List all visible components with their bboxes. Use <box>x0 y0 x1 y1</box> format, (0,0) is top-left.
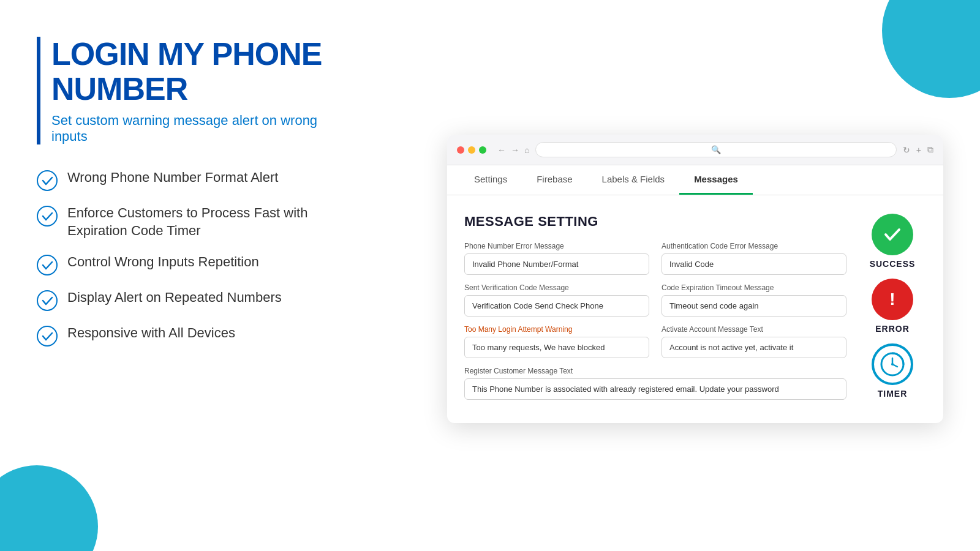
feature-item-3: Control Wrong Inputs Repetition <box>37 253 355 276</box>
field-label-phone-error: Phone Number Error Message <box>464 242 649 250</box>
status-panel: SUCCESS ! ERROR <box>859 214 926 405</box>
browser-content: MESSAGE SETTING Phone Number Error Messa… <box>447 195 943 423</box>
check-circle-icon-1 <box>37 170 58 191</box>
field-label-code-expiration: Code Expiration Timeout Message <box>662 283 846 292</box>
home-icon[interactable]: ⌂ <box>524 145 529 155</box>
success-circle <box>872 214 913 255</box>
svg-text:!: ! <box>889 290 895 309</box>
field-input-code-expiration[interactable]: Timeout send code again <box>662 295 846 317</box>
field-group-activate-account: Activate Account Message Text Account is… <box>662 325 846 358</box>
timer-circle <box>872 343 913 385</box>
svg-point-3 <box>37 291 57 310</box>
field-group-code-expiration: Code Expiration Timeout Message Timeout … <box>662 283 846 317</box>
field-input-register-customer[interactable]: This Phone Number is associated with alr… <box>464 378 846 400</box>
success-check-icon <box>881 223 904 246</box>
tab-labels-fields[interactable]: Labels & Fields <box>587 165 680 195</box>
feature-text-3: Control Wrong Inputs Repetition <box>67 253 259 271</box>
field-label-register-customer: Register Customer Message Text <box>464 367 846 375</box>
message-settings-panel: MESSAGE SETTING Phone Number Error Messa… <box>464 214 846 405</box>
section-title: MESSAGE SETTING <box>464 214 846 230</box>
check-circle-icon-2 <box>37 206 58 227</box>
field-label-activate-account: Activate Account Message Text <box>662 325 846 334</box>
browser-window: ← → ⌂ 🔍 ↻ + ⧉ Settings Firebase Labels &… <box>447 135 943 423</box>
error-exclamation-icon: ! <box>881 288 904 311</box>
feature-text-5: Responsive with All Devices <box>67 324 235 342</box>
feature-item-5: Responsive with All Devices <box>37 324 355 347</box>
back-icon[interactable]: ← <box>497 145 506 155</box>
check-circle-icon-4 <box>37 290 58 311</box>
field-label-too-many-login: Too Many Login Attempt Warning <box>464 325 649 334</box>
search-icon: 🔍 <box>711 145 721 154</box>
svg-point-0 <box>37 171 57 190</box>
browser-search-bar[interactable]: 🔍 <box>535 142 896 157</box>
features-list: Wrong Phone Number Format Alert Enforce … <box>37 169 355 346</box>
page-subtitle: Set custom warning message alert on wron… <box>51 113 355 144</box>
feature-text-2: Enforce Customers to Process Fast with E… <box>67 204 355 239</box>
browser-toolbar: ← → ⌂ 🔍 ↻ + ⧉ <box>447 135 943 165</box>
browser-actions: ↻ + ⧉ <box>903 144 933 155</box>
dot-green[interactable] <box>479 146 486 154</box>
page-title: LOGIN MY PHONE NUMBER <box>51 37 355 107</box>
check-circle-icon-5 <box>37 326 58 347</box>
browser-tabs: Settings Firebase Labels & Fields Messag… <box>447 165 943 195</box>
feature-item-2: Enforce Customers to Process Fast with E… <box>37 204 355 239</box>
feature-text-4: Display Alert on Repeated Numbers <box>67 289 282 307</box>
page-title-block: LOGIN MY PHONE NUMBER Set custom warning… <box>37 37 355 144</box>
dot-yellow[interactable] <box>468 146 475 154</box>
field-input-activate-account[interactable]: Account is not active yet, activate it <box>662 337 846 358</box>
browser-nav: ← → ⌂ <box>497 145 529 155</box>
tab-messages[interactable]: Messages <box>679 165 753 195</box>
check-circle-icon-3 <box>37 255 58 276</box>
field-label-sent-verification: Sent Verification Code Message <box>464 283 649 292</box>
error-block: ! ERROR <box>872 279 913 334</box>
field-label-auth-error: Authentication Code Error Message <box>662 242 846 250</box>
timer-block: TIMER <box>872 343 913 399</box>
field-group-too-many-login: Too Many Login Attempt Warning Too many … <box>464 325 649 358</box>
add-tab-icon[interactable]: + <box>916 145 921 155</box>
left-panel: LOGIN MY PHONE NUMBER Set custom warning… <box>37 37 355 360</box>
feature-text-1: Wrong Phone Number Format Alert <box>67 169 278 187</box>
field-input-auth-error[interactable]: Invalid Code <box>662 253 846 275</box>
feature-item-4: Display Alert on Repeated Numbers <box>37 289 355 311</box>
error-circle: ! <box>872 279 913 320</box>
field-input-sent-verification[interactable]: Verification Code Send Check Phone <box>464 295 649 317</box>
timer-clock-icon <box>878 350 907 378</box>
field-group-register-customer: Register Customer Message Text This Phon… <box>464 367 846 400</box>
deco-circle-top-right <box>882 0 980 98</box>
dot-red[interactable] <box>457 146 464 154</box>
success-block: SUCCESS <box>870 214 916 269</box>
tab-settings[interactable]: Settings <box>459 165 522 195</box>
fields-grid: Phone Number Error Message Invalid Phone… <box>464 242 846 400</box>
field-group-phone-error: Phone Number Error Message Invalid Phone… <box>464 242 649 275</box>
svg-point-2 <box>37 255 57 275</box>
error-label: ERROR <box>875 324 910 334</box>
field-group-sent-verification: Sent Verification Code Message Verificat… <box>464 283 649 317</box>
deco-circle-bottom-left <box>0 465 98 551</box>
field-input-too-many-login[interactable]: Too many requests, We have blocked <box>464 337 649 358</box>
right-panel: ← → ⌂ 🔍 ↻ + ⧉ Settings Firebase Labels &… <box>447 135 943 423</box>
field-input-phone-error[interactable]: Invalid Phone Number/Format <box>464 253 649 275</box>
svg-point-9 <box>891 363 894 365</box>
browser-dots <box>457 146 486 154</box>
forward-icon[interactable]: → <box>511 145 519 155</box>
timer-label: TIMER <box>878 389 908 399</box>
tab-firebase[interactable]: Firebase <box>522 165 587 195</box>
svg-point-1 <box>37 206 57 226</box>
copy-icon[interactable]: ⧉ <box>927 144 933 155</box>
field-group-auth-error: Authentication Code Error Message Invali… <box>662 242 846 275</box>
refresh-icon[interactable]: ↻ <box>903 145 910 155</box>
success-label: SUCCESS <box>870 259 916 269</box>
svg-point-4 <box>37 326 57 346</box>
feature-item-1: Wrong Phone Number Format Alert <box>37 169 355 191</box>
